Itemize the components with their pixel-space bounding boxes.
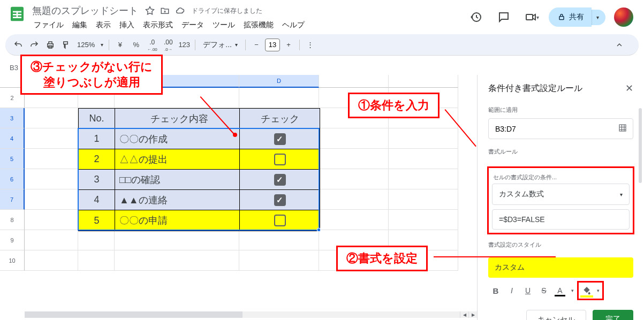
share-button[interactable]: 共有 bbox=[549, 7, 592, 27]
zoom-value[interactable]: 125% bbox=[75, 41, 97, 49]
underline-button[interactable]: U bbox=[520, 283, 535, 298]
sidebar-scrollbar[interactable] bbox=[639, 108, 642, 183]
condition-label: セルの書式設定の条件... bbox=[493, 173, 628, 181]
text-color-button[interactable]: A bbox=[552, 283, 567, 298]
zoom-dropdown-icon[interactable]: ▾ bbox=[98, 37, 105, 52]
svg-rect-10 bbox=[619, 125, 626, 131]
fill-color-button[interactable] bbox=[579, 283, 594, 298]
row-header-9[interactable]: 9 bbox=[0, 230, 25, 250]
paint-format-icon[interactable] bbox=[59, 37, 74, 52]
table-row: 2 △△の提出 bbox=[79, 149, 320, 170]
move-folder-icon[interactable] bbox=[160, 5, 170, 16]
cancel-button[interactable]: キャンセル bbox=[526, 310, 586, 320]
range-label: 範囲に適用 bbox=[488, 106, 633, 114]
more-tools-icon[interactable]: ⋮ bbox=[303, 37, 318, 52]
history-icon[interactable] bbox=[465, 6, 487, 28]
svg-rect-6 bbox=[526, 14, 533, 20]
video-call-icon[interactable]: ▾ bbox=[521, 6, 542, 28]
menu-extensions[interactable]: 拡張機能 bbox=[240, 19, 277, 31]
row-header-3[interactable]: 3 bbox=[0, 108, 25, 128]
increase-decimal-button[interactable]: .00.0→ bbox=[161, 37, 176, 52]
cloud-check-icon[interactable] bbox=[175, 5, 185, 16]
conditional-format-sidebar: 条件付き書式設定ルール ✕ 範囲に適用 書式ルール セルの書式設定の条件... … bbox=[477, 75, 644, 320]
condition-select[interactable]: カスタム数式 ▾ bbox=[492, 184, 630, 205]
strikethrough-button[interactable]: S bbox=[536, 283, 551, 298]
menu-view[interactable]: 表示 bbox=[92, 19, 115, 31]
table-header-check[interactable]: チェック bbox=[240, 109, 320, 129]
font-family-select[interactable]: デフォ...▾ bbox=[199, 40, 242, 50]
user-avatar[interactable] bbox=[614, 7, 633, 27]
more-formats-button[interactable]: 123 bbox=[177, 37, 192, 52]
checkbox-icon bbox=[274, 133, 286, 145]
toolbar: 125% ▾ ¥ % .0←.00 .00.0→ 123 デフォ...▾ − +… bbox=[5, 34, 639, 56]
table-row: 3 □□の確認 bbox=[79, 170, 320, 190]
row-header-10[interactable]: 10 bbox=[0, 250, 25, 271]
data-table: No. チェック内容 チェック 1 〇〇の作成 2 △△の提出 bbox=[78, 108, 320, 231]
menu-insert[interactable]: 挿入 bbox=[116, 19, 138, 31]
row-header-8[interactable]: 8 bbox=[0, 210, 25, 230]
menu-data[interactable]: データ bbox=[178, 19, 208, 31]
close-icon[interactable]: ✕ bbox=[625, 82, 633, 94]
currency-button[interactable]: ¥ bbox=[112, 37, 127, 52]
italic-button[interactable]: I bbox=[504, 283, 519, 298]
formula-input[interactable]: =$D3=FALSE bbox=[492, 209, 630, 230]
text-color-dropdown-icon[interactable]: ▾ bbox=[569, 283, 576, 298]
row-header-4[interactable]: 4 bbox=[0, 128, 25, 149]
font-size-decrease[interactable]: − bbox=[249, 37, 264, 52]
app-header: 無題のスプレッドシート ドライブに保存しました ファイル 編集 表示 挿入 表示… bbox=[0, 0, 644, 32]
undo-icon[interactable] bbox=[11, 37, 26, 52]
print-icon[interactable] bbox=[43, 37, 58, 52]
menu-help[interactable]: ヘルプ bbox=[278, 19, 308, 31]
dropdown-icon: ▾ bbox=[620, 192, 623, 197]
checkbox-icon bbox=[274, 215, 286, 226]
callout-1: ①条件を入力 bbox=[348, 93, 440, 118]
redo-icon[interactable] bbox=[27, 37, 42, 52]
font-size-increase[interactable]: + bbox=[281, 37, 296, 52]
share-dropdown[interactable]: ▾ bbox=[592, 10, 605, 25]
font-size-input[interactable] bbox=[265, 39, 280, 51]
menu-tools[interactable]: ツール bbox=[209, 19, 239, 31]
menu-format[interactable]: 表示形式 bbox=[139, 19, 177, 31]
scroll-right-icon[interactable]: ▶ bbox=[468, 311, 477, 318]
rules-label: 書式ルール bbox=[488, 148, 633, 156]
bold-button[interactable]: B bbox=[488, 283, 503, 298]
style-preview[interactable]: カスタム bbox=[488, 257, 633, 278]
comment-icon[interactable] bbox=[493, 6, 514, 28]
fill-color-highlight-box: ▾ bbox=[577, 281, 604, 300]
collapse-toolbar-icon[interactable] bbox=[612, 37, 627, 52]
menu-edit[interactable]: 編集 bbox=[69, 19, 91, 31]
doc-title[interactable]: 無題のスプレッドシート bbox=[30, 4, 140, 17]
save-status: ドライブに保存しました bbox=[192, 6, 262, 16]
menu-bar: ファイル 編集 表示 挿入 表示形式 データ ツール 拡張機能 ヘルプ bbox=[30, 18, 465, 31]
checkbox-icon bbox=[274, 154, 286, 165]
row-header-6[interactable]: 6 bbox=[0, 169, 25, 189]
callout-2: ②書式を設定 bbox=[336, 246, 428, 271]
table-row: 5 〇〇の申請 bbox=[79, 210, 320, 231]
checkbox-icon bbox=[274, 174, 286, 186]
menu-file[interactable]: ファイル bbox=[30, 19, 67, 31]
svg-rect-7 bbox=[559, 17, 564, 20]
col-header-e[interactable] bbox=[319, 75, 389, 88]
scroll-left-icon[interactable]: ◀ bbox=[460, 311, 468, 318]
condition-highlight-box: セルの書式設定の条件... カスタム数式 ▾ =$D3=FALSE bbox=[487, 166, 634, 234]
horizontal-scrollbar[interactable]: ◀ ▶ bbox=[25, 311, 477, 318]
star-icon[interactable] bbox=[145, 5, 155, 16]
share-label: 共有 bbox=[569, 12, 584, 22]
done-button[interactable]: 完了 bbox=[593, 310, 633, 320]
checkbox-icon bbox=[274, 194, 286, 206]
col-header-d[interactable]: D bbox=[239, 75, 319, 88]
range-text-input[interactable] bbox=[494, 124, 601, 134]
grid-select-icon[interactable] bbox=[618, 123, 627, 134]
range-input[interactable] bbox=[488, 118, 633, 139]
sheets-logo-icon[interactable] bbox=[6, 3, 28, 25]
col-header-f[interactable] bbox=[389, 75, 458, 88]
decrease-decimal-button[interactable]: .0←.00 bbox=[145, 37, 160, 52]
percent-button[interactable]: % bbox=[128, 37, 143, 52]
row-header-7[interactable]: 7 bbox=[0, 189, 25, 210]
table-row: 4 ▲▲の連絡 bbox=[79, 190, 320, 210]
table-header-no[interactable]: No. bbox=[79, 109, 115, 129]
fill-color-dropdown-icon[interactable]: ▾ bbox=[594, 283, 602, 298]
callout-dot bbox=[233, 133, 237, 137]
row-header-5[interactable]: 5 bbox=[0, 149, 25, 169]
callout-line bbox=[434, 256, 556, 257]
